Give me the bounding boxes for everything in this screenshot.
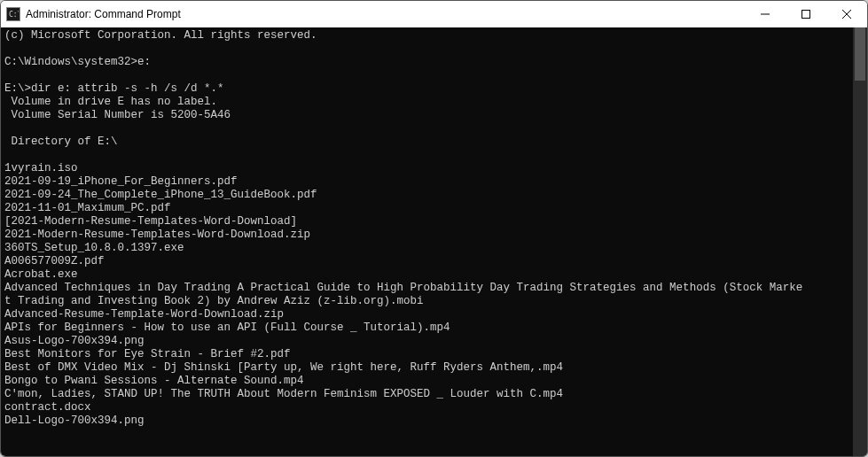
window-controls <box>745 1 867 27</box>
scrollbar[interactable] <box>853 27 867 456</box>
svg-text:C:\: C:\ <box>9 11 19 19</box>
close-button[interactable] <box>826 1 867 27</box>
cmd-icon: C:\ <box>6 7 20 21</box>
terminal-output[interactable]: (c) Microsoft Corporation. All rights re… <box>1 27 853 456</box>
terminal-area: (c) Microsoft Corporation. All rights re… <box>1 27 867 456</box>
minimize-button[interactable] <box>745 1 786 27</box>
maximize-button[interactable] <box>786 1 826 27</box>
scrollbar-thumb[interactable] <box>855 27 865 81</box>
window-title: Administrator: Command Prompt <box>26 8 745 20</box>
svg-rect-2 <box>802 11 810 19</box>
command-prompt-window: C:\ Administrator: Command Prompt (c) Mi… <box>0 0 868 457</box>
titlebar[interactable]: C:\ Administrator: Command Prompt <box>1 1 867 27</box>
